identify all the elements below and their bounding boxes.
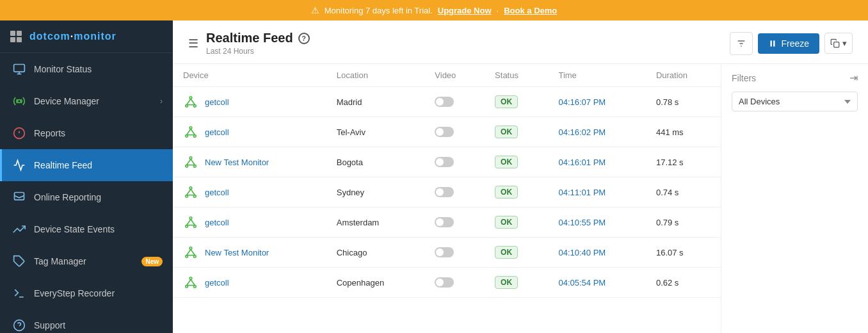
copy-button[interactable]: ▾ [824,33,853,54]
svg-line-39 [187,189,191,195]
svg-line-21 [187,99,191,104]
cell-status: OK [485,177,548,207]
cell-time: 04:16:02 PM [548,117,646,147]
sidebar-item-device-state-events[interactable]: Device State Events [0,213,173,245]
video-toggle[interactable] [435,157,454,167]
svg-line-40 [191,189,195,195]
video-toggle[interactable] [435,127,454,137]
video-toggle[interactable] [435,277,454,288]
device-name[interactable]: getcoll [205,188,229,197]
video-toggle[interactable] [435,97,454,107]
chevron-right-icon: › [160,97,163,106]
table-row[interactable]: getcoll Tel-AvivOK04:16:02 PM441 ms [173,117,721,147]
cell-time: 04:10:55 PM [548,207,646,238]
sidebar-item-realtime-feed[interactable]: Realtime Feed [0,149,173,181]
cell-location: Amsterdam [326,207,425,238]
cell-video [424,87,485,117]
hamburger-icon[interactable]: ☰ [188,37,198,51]
svg-point-3 [18,100,21,103]
table-row[interactable]: getcoll CopenhagenOK04:05:54 PM0.62 s [173,268,721,298]
col-duration: Duration [646,64,721,87]
upgrade-link[interactable]: Upgrade Now [438,6,492,15]
sidebar-item-reports[interactable]: Reports [0,117,173,149]
cell-location: Chicago [326,238,425,268]
device-node-icon [183,275,198,290]
support-icon [12,318,26,332]
cell-location: Tel-Aviv [326,117,425,147]
help-icon[interactable]: ? [298,33,310,44]
svg-line-34 [191,159,195,165]
svg-line-58 [191,279,195,285]
sidebar: dotcom·monitor Monitor Status Device Man… [0,20,173,333]
sidebar-item-support[interactable]: Support [0,309,173,333]
sidebar-label-realtime-feed: Realtime Feed [34,160,163,170]
tag-manager-icon [12,254,26,268]
device-filter-select[interactable]: All DevicesgetcollNew Test Monitor [732,92,858,111]
filter-button[interactable] [730,32,753,55]
table-row[interactable]: getcoll MadridOK04:16:07 PM0.78 s [173,87,721,117]
device-node-icon [183,215,198,230]
svg-line-46 [191,219,195,225]
svg-point-18 [189,97,192,99]
status-badge: OK [495,276,518,289]
logo: dotcom·monitor [0,20,173,53]
cell-time: 04:11:01 PM [548,177,646,207]
cell-device: New Test Monitor [173,238,326,268]
sidebar-item-tag-manager[interactable]: Tag Manager New [0,245,173,277]
table-row[interactable]: New Test Monitor ChicagoOK04:10:40 PM16.… [173,238,721,268]
page-title-text: Realtime Feed [206,31,293,45]
banner-text: Monitoring 7 days left in Trial. [325,6,433,15]
video-toggle[interactable] [435,247,454,257]
device-name[interactable]: getcoll [205,97,229,107]
sidebar-item-everystep-recorder[interactable]: EveryStep Recorder [0,277,173,309]
table-row[interactable]: getcoll AmsterdamOK04:10:55 PM0.79 s [173,207,721,238]
video-toggle[interactable] [435,187,454,197]
sidebar-item-monitor-status[interactable]: Monitor Status [0,53,173,85]
svg-point-54 [189,277,192,280]
cell-device: getcoll [173,177,326,207]
cell-status: OK [485,268,548,298]
svg-line-27 [187,129,191,134]
freeze-button[interactable]: Freeze [758,33,819,54]
cell-duration: 0.79 s [646,207,721,238]
realtime-feed-icon [12,158,26,172]
video-toggle[interactable] [435,217,454,227]
cell-time: 04:05:54 PM [548,268,646,298]
svg-point-36 [189,187,192,190]
sidebar-label-support: Support [34,320,163,330]
svg-point-42 [189,217,192,220]
col-device: Device [173,64,326,87]
pause-icon [768,39,777,48]
svg-line-52 [191,249,195,255]
sidebar-label-device-state-events: Device State Events [34,224,163,234]
cell-duration: 0.74 s [646,177,721,207]
cell-device: getcoll [173,87,326,117]
col-location: Location [326,64,425,87]
demo-link[interactable]: Book a Demo [504,6,557,15]
svg-rect-16 [774,40,775,46]
sidebar-item-online-reporting[interactable]: Online Reporting [0,181,173,213]
status-badge: OK [495,216,518,229]
col-video: Video [424,64,485,87]
sidebar-item-device-manager[interactable]: Device Manager › [0,85,173,117]
table-row[interactable]: getcoll SydneyOK04:11:01 PM0.74 s [173,177,721,207]
separator: · [497,6,499,15]
table-row[interactable]: New Test Monitor BogotaOK04:16:01 PM17.1… [173,147,721,177]
cell-device: getcoll [173,117,326,147]
device-name[interactable]: New Test Monitor [205,158,269,167]
device-name[interactable]: getcoll [205,218,229,227]
device-name[interactable]: getcoll [205,127,229,137]
dropdown-arrow: ▾ [842,38,847,48]
device-manager-icon [12,94,26,108]
col-status: Status [485,64,548,87]
svg-point-48 [189,247,192,250]
filter-icon [736,38,746,49]
status-badge: OK [495,246,518,259]
cell-video [424,117,485,147]
device-node-icon [183,94,198,110]
svg-line-28 [191,129,195,134]
device-name[interactable]: getcoll [205,278,229,288]
device-name[interactable]: New Test Monitor [205,248,269,257]
svg-rect-17 [834,42,839,47]
filters-expand-icon[interactable]: ⇥ [849,72,858,84]
